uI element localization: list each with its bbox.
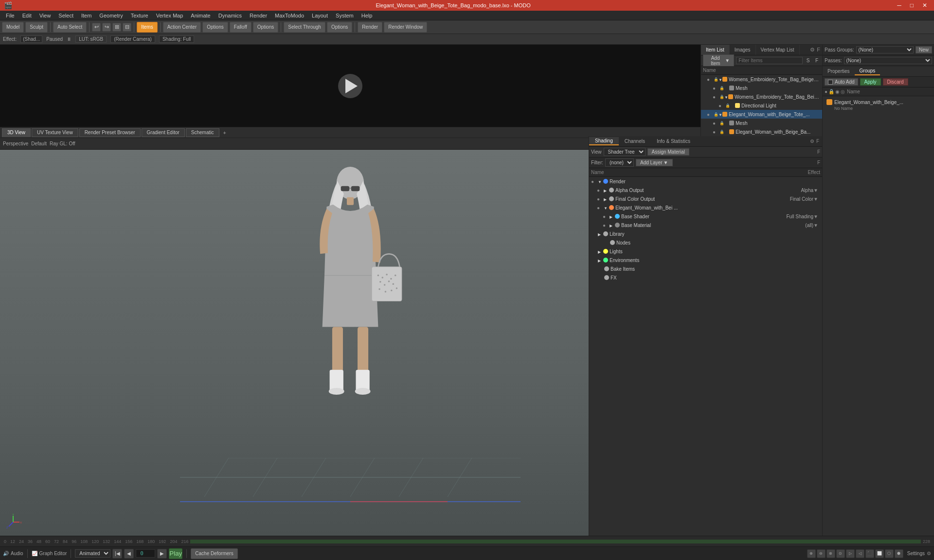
filter-dropdown[interactable]: (none) <box>605 158 634 167</box>
sh-eye-final[interactable] <box>597 196 604 202</box>
viewport-tab-add[interactable]: + <box>220 129 229 137</box>
sh-arrow-final[interactable]: ▼ <box>813 196 820 202</box>
shading-item-final-color[interactable]: Final Color Output Final Color ▼ <box>589 194 822 203</box>
sh-expand-shader[interactable] <box>610 214 613 219</box>
status-icon-6[interactable]: ◁ <box>856 549 864 558</box>
status-icon-8[interactable]: ⬜ <box>875 549 884 558</box>
effect-value[interactable]: (Shad... <box>20 35 42 43</box>
step-back-btn[interactable]: ◀ <box>124 549 134 559</box>
menu-system[interactable]: System <box>332 12 358 19</box>
menu-help[interactable]: Help <box>358 12 377 19</box>
sh-eye-elegant[interactable] <box>597 205 604 210</box>
sh-expand-render[interactable] <box>598 179 602 184</box>
list-item[interactable]: 🔒 Mesh <box>701 84 822 92</box>
toolbar-icon-1[interactable]: ↩ <box>92 23 101 32</box>
shading-item-elegant[interactable]: Elegant_Woman_with_Bei ... <box>589 203 822 212</box>
tab-shading[interactable]: Shading <box>589 137 619 145</box>
sh-arrow-alpha[interactable]: ▼ <box>813 188 820 193</box>
gh-icon-lock[interactable]: 🔒 <box>828 89 834 94</box>
tab-groups[interactable]: Groups <box>855 67 880 75</box>
items-btn[interactable]: Items <box>137 22 157 33</box>
shading-item-base-shader[interactable]: Base Shader Full Shading ▼ <box>589 212 822 221</box>
sh-arrow-shader[interactable]: ▼ <box>813 214 820 219</box>
status-icon-4[interactable]: ⊙ <box>836 549 845 558</box>
tab-vertex-map-list[interactable]: Vertex Map List <box>756 45 800 55</box>
list-item[interactable]: 🔒 Mesh <box>701 119 822 127</box>
apply-btn[interactable]: Apply <box>860 78 881 86</box>
tab-item-list[interactable]: Item List <box>701 45 730 55</box>
sh-eye-render[interactable] <box>591 179 598 184</box>
status-icon-5[interactable]: ▷ <box>846 549 855 558</box>
group-item[interactable]: Elegant_Woman_with_Beige_... <box>825 98 932 106</box>
pass-groups-dropdown[interactable]: (None) <box>856 46 914 53</box>
graph-editor-label[interactable]: Graph Editor <box>39 551 67 556</box>
render-camera-value[interactable]: (Render Camera) <box>110 35 155 43</box>
menu-vertex-map[interactable]: Vertex Map <box>152 12 187 19</box>
il-icon-filter[interactable]: F <box>817 47 820 53</box>
tab-3d-view[interactable]: 3D View <box>2 128 31 137</box>
audio-icon[interactable]: 🔊 <box>3 551 9 556</box>
menu-view[interactable]: View <box>36 12 55 19</box>
list-item[interactable]: 🔒 Elegant_Woman_with_Beige_Ba... <box>701 127 822 136</box>
model-btn[interactable]: Model <box>2 22 24 33</box>
shading-item-lights[interactable]: Lights <box>589 247 822 256</box>
tab-info-statistics[interactable]: Info & Statistics <box>651 138 696 145</box>
il-icon-settings[interactable]: ⚙ <box>810 47 815 53</box>
sh-expand-library[interactable] <box>598 231 602 237</box>
toolbar-icon-2[interactable]: ↪ <box>102 23 111 32</box>
menu-item[interactable]: Item <box>77 12 95 19</box>
menu-select[interactable]: Select <box>54 12 77 19</box>
shading-item-library[interactable]: Library <box>589 229 822 238</box>
gh-icon-solo[interactable]: ◎ <box>841 89 845 94</box>
menu-animate[interactable]: Animate <box>187 12 214 19</box>
menu-layout[interactable]: Layout <box>308 12 332 19</box>
shading-item-render[interactable]: Render <box>589 177 822 186</box>
graph-editor-icon[interactable]: 📈 <box>32 551 37 556</box>
list-item[interactable]: 🔒 Womens_Embroidery_Tote_Bag_Beig... <box>701 92 822 101</box>
sh-expand-elegant[interactable] <box>604 205 608 210</box>
tab-uv-texture[interactable]: UV Texture View <box>32 128 78 137</box>
falloff-btn[interactable]: Falloff <box>230 22 251 33</box>
shading-list[interactable]: Render Alpha Output Alpha ▼ Final Color … <box>589 177 822 536</box>
tab-images[interactable]: Images <box>730 45 756 55</box>
sh-expand-final[interactable] <box>604 196 608 202</box>
sh-f-icon[interactable]: F <box>817 149 820 155</box>
groups-list[interactable]: Elegant_Woman_with_Beige_... No Name <box>823 96 934 536</box>
tab-gradient-editor[interactable]: Gradient Editor <box>142 128 185 137</box>
eye-icon[interactable] <box>713 94 719 100</box>
viewport-ray-gl[interactable]: Ray GL: Off <box>50 141 75 146</box>
tab-channels[interactable]: Channels <box>619 138 651 145</box>
group-name[interactable]: Elegant_Woman_with_Beige_... <box>834 100 930 105</box>
shading-item-fx[interactable]: FX <box>589 273 822 282</box>
menu-render[interactable]: Render <box>246 12 271 19</box>
menu-edit[interactable]: Edit <box>18 12 36 19</box>
options1-btn[interactable]: Options <box>202 22 228 33</box>
eye-icon[interactable] <box>713 129 719 135</box>
animated-dropdown[interactable]: Animated <box>75 549 110 558</box>
list-item[interactable]: 🔒 Womens_Embroidery_Tote_Bag_Beige_... <box>701 75 822 84</box>
tab-render-preset[interactable]: Render Preset Browser <box>79 128 141 137</box>
discard-btn[interactable]: Discard <box>883 78 908 86</box>
select-through-btn[interactable]: Select Through <box>284 22 325 33</box>
filter-s-icon[interactable]: S <box>805 58 811 63</box>
menu-maxtomodo[interactable]: MaxToModo <box>271 12 308 19</box>
viewport-mode[interactable]: Default <box>31 141 47 146</box>
audio-label[interactable]: Audio <box>11 551 23 556</box>
add-item-btn[interactable]: Add Item ▼ <box>703 54 734 67</box>
eye-icon[interactable] <box>713 121 719 126</box>
sh-expand-material[interactable] <box>610 223 613 228</box>
timeline-bar-el[interactable] <box>190 540 921 543</box>
expand-arrow[interactable] <box>718 112 722 117</box>
sh-expand-alpha[interactable] <box>604 188 608 193</box>
play-btn[interactable]: Play <box>169 548 182 559</box>
status-icon-10[interactable]: ⬢ <box>895 549 903 558</box>
close-btn[interactable]: ✕ <box>919 2 930 9</box>
restore-btn[interactable]: □ <box>907 2 916 9</box>
tab-schematic[interactable]: Schematic <box>186 128 219 137</box>
shading-view-dropdown[interactable]: Shader Tree <box>604 148 646 156</box>
menu-dynamics[interactable]: Dynamics <box>215 12 246 19</box>
shading-item-alpha[interactable]: Alpha Output Alpha ▼ <box>589 186 822 194</box>
eye-icon[interactable] <box>707 77 714 82</box>
menu-geometry[interactable]: Geometry <box>95 12 126 19</box>
sh-eye-alpha[interactable] <box>597 188 604 193</box>
